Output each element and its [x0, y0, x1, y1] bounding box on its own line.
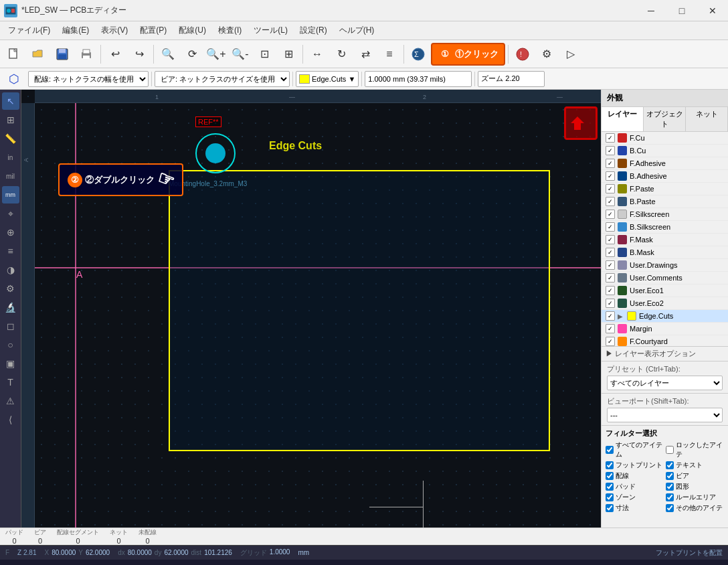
layer-item-usereco2[interactable]: ✓ User.Eco2: [602, 297, 728, 310]
maximize-button[interactable]: □: [666, 0, 697, 21]
route-tool[interactable]: ⟨: [2, 411, 19, 428]
layer-mgr-tool[interactable]: ≡: [2, 242, 19, 260]
redo-button[interactable]: ↪: [128, 43, 151, 66]
print-button[interactable]: [75, 43, 98, 66]
preset-select[interactable]: すべてのレイヤー: [607, 376, 723, 390]
layer-item-edgecuts[interactable]: ✓ ▶ Edge.Cuts: [602, 310, 728, 323]
close-button[interactable]: ✕: [697, 0, 728, 21]
filter-cb-locked[interactable]: [666, 446, 674, 454]
zoom-input[interactable]: [478, 71, 545, 87]
netlist-button[interactable]: Σ: [407, 43, 430, 66]
snap-tool[interactable]: ⌖: [2, 205, 19, 222]
layer-item-bcu[interactable]: ✓ B.Cu: [602, 145, 728, 157]
filter-grid: すべてのアイテム ロックしたアイテ フットプリント テキスト 配線: [606, 440, 724, 513]
menu-edit[interactable]: 編集(E): [57, 23, 94, 37]
viewport-select[interactable]: ---: [607, 408, 723, 422]
mils-tool[interactable]: mil: [2, 167, 19, 185]
layer-item-fmask[interactable]: ✓ F.Mask: [602, 234, 728, 246]
zoom-fit-button[interactable]: ⊡: [253, 43, 276, 66]
tab-nets[interactable]: ネット: [686, 107, 728, 131]
open-button[interactable]: [27, 43, 50, 66]
filter-cb-rule-area[interactable]: [666, 493, 674, 501]
layer-item-badhesive[interactable]: ✓ B.Adhesive: [602, 170, 728, 183]
scripting-button[interactable]: ▷: [559, 43, 582, 66]
menu-place[interactable]: 配置(P): [134, 23, 172, 37]
filter-cb-footprint[interactable]: [606, 461, 614, 469]
save-button[interactable]: [51, 43, 74, 66]
layer-item-fcu[interactable]: ✓ F.Cu: [602, 132, 728, 145]
zoom-out-button[interactable]: 🔍-: [229, 43, 252, 66]
filter-cb-track[interactable]: [606, 472, 614, 480]
filter-cb-pad[interactable]: [606, 483, 614, 491]
tab-objects[interactable]: オブジェクト: [644, 107, 686, 131]
drc-button[interactable]: !: [511, 43, 534, 66]
layer-dot-fpaste: [618, 184, 627, 193]
net-width-select[interactable]: 配線: ネットクラスの幅を使用: [28, 71, 149, 87]
zone-tool[interactable]: ▣: [2, 355, 19, 372]
layer-item-fpaste[interactable]: ✓ F.Paste: [602, 183, 728, 195]
layer-item-usereco1[interactable]: ✓ User.Eco1: [602, 285, 728, 297]
filter-cb-text[interactable]: [666, 461, 674, 469]
filter-cb-dimension[interactable]: [606, 504, 614, 512]
filter-cb-all[interactable]: [606, 446, 614, 454]
menu-route[interactable]: 配線(U): [173, 23, 211, 37]
mounting-hole[interactable]: REF** MountingHole_3.2mm_M3: [195, 133, 236, 173]
menu-help[interactable]: ヘルプ(H): [334, 23, 380, 37]
canvas[interactable]: 1 — 2 — A A Edge Cuts R: [21, 90, 601, 528]
text-tool[interactable]: T: [2, 374, 19, 391]
filter-cb-via[interactable]: [666, 472, 674, 480]
measure-tool[interactable]: 📏: [2, 130, 19, 147]
select-mode-button[interactable]: ⬡: [3, 68, 25, 90]
layer-item-usercomments[interactable]: ✓ User.Comments: [602, 272, 728, 285]
zoom-in-button[interactable]: 🔍+: [205, 43, 227, 66]
layer-item-userdrawings[interactable]: ✓ User.Drawings: [602, 259, 728, 272]
zoom-area-button[interactable]: ⊞: [277, 43, 300, 66]
layer-item-fcourtyard[interactable]: ✓ F.Courtyard: [602, 335, 728, 346]
track-width-input[interactable]: [365, 71, 472, 87]
appearance-tool[interactable]: ◑: [2, 261, 19, 278]
layer-options-link[interactable]: ▶ レイヤー表示オプション: [606, 349, 696, 357]
menu-settings[interactable]: 設定(R): [294, 23, 333, 37]
inches-tool[interactable]: in: [2, 149, 19, 166]
layer-item-fadhesive[interactable]: ✓ F.Adhesive: [602, 157, 728, 170]
rotate-button[interactable]: ↻: [330, 43, 353, 66]
annotation1-button[interactable]: ① ①クリック: [431, 43, 505, 66]
board-setup-button[interactable]: ⚙: [535, 43, 558, 66]
origin-tool[interactable]: ⊕: [2, 224, 19, 241]
select-tool[interactable]: ↖: [2, 92, 19, 110]
new-button[interactable]: [3, 43, 25, 66]
status-val-via: 0: [38, 537, 42, 545]
filter-cb-zone[interactable]: [606, 493, 614, 501]
menu-file[interactable]: ファイル(F): [3, 23, 56, 37]
via-size-select[interactable]: ビア: ネットクラスのサイズを使用: [155, 71, 290, 87]
net-inspector-tool[interactable]: 🔬: [2, 299, 19, 316]
layer-item-margin[interactable]: ✓ Margin: [602, 323, 728, 335]
tab-layers[interactable]: レイヤー: [602, 107, 644, 131]
svg-rect-6: [58, 54, 66, 59]
status-val-pad: 0: [12, 537, 16, 545]
zoom-reset-button[interactable]: ⟳: [181, 43, 203, 66]
layer-item-bmask[interactable]: ✓ B.Mask: [602, 246, 728, 259]
menu-inspect[interactable]: 検査(I): [213, 23, 247, 37]
mm-tool[interactable]: mm: [2, 186, 19, 204]
search-button[interactable]: 🔍: [157, 43, 179, 66]
layer-selector[interactable]: Edge.Cuts ▼: [296, 71, 359, 87]
menu-view[interactable]: 表示(V): [96, 23, 133, 37]
grid-tool[interactable]: ⊞: [2, 111, 19, 129]
filter-cb-other[interactable]: [666, 504, 674, 512]
layer-item-fsilkscreen[interactable]: ✓ F.Silkscreen: [602, 208, 728, 221]
filter-cb-shape[interactable]: [666, 483, 674, 491]
minimize-button[interactable]: ─: [636, 0, 666, 21]
layer-item-bsilkscreen[interactable]: ✓ B.Silkscreen: [602, 221, 728, 234]
menu-tools[interactable]: ツール(L): [248, 23, 293, 37]
props-tool[interactable]: ⚙: [2, 280, 19, 297]
via-tool[interactable]: ○: [2, 336, 19, 353]
mirror-button[interactable]: ⇄: [354, 43, 377, 66]
flip-button[interactable]: ↔: [306, 43, 329, 66]
align-button[interactable]: ≡: [378, 43, 401, 66]
layer-item-bpaste[interactable]: ✓ B.Paste: [602, 195, 728, 208]
drc-lt-tool[interactable]: ⚠: [2, 392, 19, 410]
pad-tool[interactable]: ◻: [2, 317, 19, 335]
layer-vis-fpaste: ✓: [606, 184, 615, 193]
undo-button[interactable]: ↩: [104, 43, 126, 66]
